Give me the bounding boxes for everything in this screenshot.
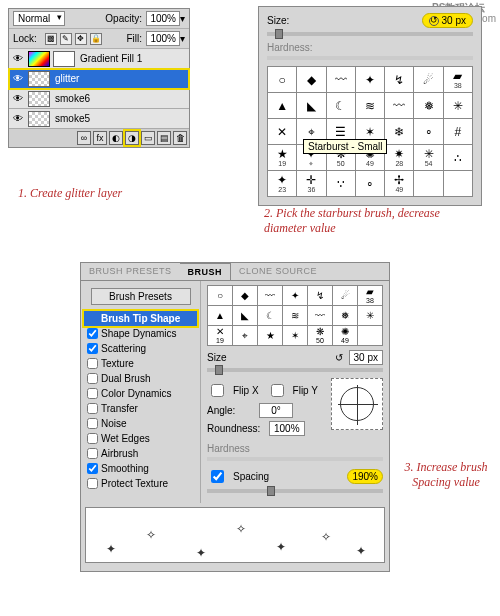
brush-tip-cell[interactable]: ◣ [233,306,258,326]
option-checkbox[interactable] [87,418,98,429]
brush-preset-cell[interactable]: ✢49 [385,171,414,197]
brush-option-airbrush[interactable]: Airbrush [84,446,197,461]
brush-preset-cell[interactable]: ✦23 [268,171,297,197]
option-checkbox[interactable] [87,388,98,399]
brush-preset-cell[interactable]: ❅ [414,93,443,119]
brush-preset-cell[interactable]: ↯ [385,67,414,93]
spacing-slider[interactable] [207,489,383,493]
brush-preset-cell[interactable]: ∘ [356,171,385,197]
brush-preset-cell[interactable]: ○ [268,67,297,93]
spacing-checkbox[interactable] [211,470,224,483]
brush-presets-button[interactable]: Brush Presets [91,288,191,305]
brush-preset-cell[interactable]: ∴ [444,145,473,171]
option-checkbox[interactable] [87,343,98,354]
layer-thumbnail[interactable] [28,111,50,127]
brush-preset-cell[interactable]: ◣ [297,93,326,119]
brush-tip-cell[interactable] [358,326,383,346]
brush-preset-cell[interactable]: ✦ [356,67,385,93]
brush-preset-cell[interactable]: ✕ [268,119,297,145]
brush-tip-cell[interactable]: ◆ [233,286,258,306]
size-value-2[interactable]: 30 px [349,350,383,365]
brush-option-brush-tip-shape[interactable]: Brush Tip Shape [84,311,197,326]
new-group-icon[interactable]: ▭ [141,131,155,145]
reset-size-icon[interactable]: ↺ [335,352,343,363]
brush-tip-cell[interactable]: ☾ [258,306,283,326]
brush-preset-cell[interactable] [444,171,473,197]
brush-preset-cell[interactable]: ☄ [414,67,443,93]
option-checkbox[interactable] [87,448,98,459]
brush-preset-cell[interactable]: ∵ [327,171,356,197]
brush-preset-cell[interactable]: ☾ [327,93,356,119]
slider-knob[interactable] [275,29,283,39]
brush-tip-cell[interactable]: ▰38 [358,286,383,306]
trash-icon[interactable]: 🗑 [173,131,187,145]
brush-preset-cell[interactable] [414,171,443,197]
brush-option-dual-brush[interactable]: Dual Brush [84,371,197,386]
brush-tip-cell[interactable]: ✶ [283,326,308,346]
option-checkbox[interactable] [87,373,98,384]
fill-value[interactable]: 100% [146,31,180,46]
layer-row[interactable]: 👁Gradient Fill 1 [9,49,189,69]
angle-value[interactable]: 0° [259,403,293,418]
size-slider-2[interactable] [207,368,383,372]
layer-row[interactable]: 👁smoke5 [9,109,189,129]
brush-tip-cell[interactable]: ▲ [208,306,233,326]
lock-transparency-icon[interactable]: ▩ [45,33,57,45]
brush-tip-cell[interactable]: ○ [208,286,233,306]
brush-tip-cell[interactable]: 〰 [308,306,333,326]
mask-icon[interactable]: ◐ [109,131,123,145]
opacity-value[interactable]: 100% [146,11,180,26]
brush-option-noise[interactable]: Noise [84,416,197,431]
brush-tip-cell[interactable]: ★ [258,326,283,346]
brush-tip-cell[interactable]: ↯ [308,286,333,306]
layer-thumbnail[interactable] [28,51,50,67]
option-checkbox[interactable] [87,328,98,339]
tab-brush[interactable]: BRUSH [180,263,232,280]
brush-preset-cell[interactable]: ✳ [444,93,473,119]
spacing-value[interactable]: 190% [347,469,383,484]
brush-tip-cell[interactable]: ⌖ [233,326,258,346]
roundness-value[interactable]: 100% [269,421,305,436]
layer-thumbnail[interactable] [28,91,50,107]
new-layer-icon[interactable]: ▤ [157,131,171,145]
brush-tip-cell[interactable]: 〰 [258,286,283,306]
option-checkbox[interactable] [87,478,98,489]
brush-option-transfer[interactable]: Transfer [84,401,197,416]
lock-position-icon[interactable]: ✥ [75,33,87,45]
reset-size-icon[interactable] [429,16,439,26]
brush-tip-cell[interactable]: ≋ [283,306,308,326]
brush-preset-cell[interactable]: ❄ [385,119,414,145]
option-checkbox[interactable] [87,358,98,369]
brush-option-protect-texture[interactable]: Protect Texture [84,476,197,491]
slider-knob[interactable] [267,486,275,496]
brush-tip-cell[interactable]: ✦ [283,286,308,306]
lock-paint-icon[interactable]: ✎ [60,33,72,45]
brush-tip-cell[interactable]: ☄ [333,286,358,306]
layer-row[interactable]: 👁glitter [9,69,189,89]
brush-preset-cell[interactable]: ≋ [356,93,385,119]
option-checkbox[interactable] [87,433,98,444]
brush-preset-cell[interactable]: ✳54 [414,145,443,171]
brush-option-texture[interactable]: Texture [84,356,197,371]
flip-y-checkbox[interactable] [271,384,284,397]
brush-tip-cell[interactable]: ✳ [358,306,383,326]
brush-tip-cell[interactable]: ❅ [333,306,358,326]
fx-icon[interactable]: fx [93,131,107,145]
brush-option-color-dynamics[interactable]: Color Dynamics [84,386,197,401]
tab-brush-presets[interactable]: BRUSH PRESETS [81,263,180,280]
link-icon[interactable]: ∞ [77,131,91,145]
brush-option-wet-edges[interactable]: Wet Edges [84,431,197,446]
size-value-pill[interactable]: 30 px [422,13,473,28]
chevron-icon[interactable]: ▾ [180,33,185,44]
brush-tip-cell[interactable]: ✺49 [333,326,358,346]
brush-tip-cell[interactable]: ❋50 [308,326,333,346]
option-checkbox[interactable] [87,403,98,414]
visibility-eye-icon[interactable]: 👁 [11,93,25,104]
new-fill-adjustment-icon[interactable]: ◑ [125,131,139,145]
angle-roundness-widget[interactable] [331,378,383,430]
brush-preset-cell[interactable]: ◆ [297,67,326,93]
brush-preset-cell[interactable]: ★19 [268,145,297,171]
brush-tip-cell[interactable]: ✕19 [208,326,233,346]
brush-preset-cell[interactable]: ✷28 [385,145,414,171]
brush-preset-cell[interactable]: ✛36 [297,171,326,197]
